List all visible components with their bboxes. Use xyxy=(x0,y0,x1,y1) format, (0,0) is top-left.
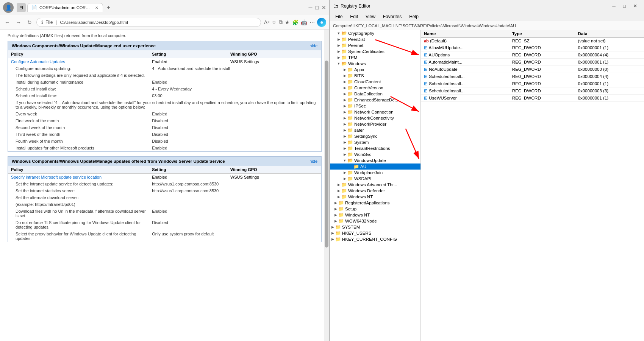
table-row: If you have selected "4 – Auto download … xyxy=(8,99,321,111)
tree-item[interactable]: ▶📁DataCollection xyxy=(330,91,420,97)
browser-tab-active[interactable]: 📄 CORP\labadmin on CORP\CLIENT ✕ xyxy=(27,3,103,12)
collections-button[interactable]: ★ xyxy=(285,19,290,25)
folder-icon: 📁 xyxy=(338,206,344,212)
values-row[interactable]: ⊞ AllowMUUpdate... REG_DWORD 0x00000001 … xyxy=(421,44,644,51)
tab-close-button[interactable]: ✕ xyxy=(95,5,99,10)
value-icon-reg: ⊞ xyxy=(424,95,428,101)
values-header-row: Name Type Data xyxy=(421,30,644,37)
tree-item-label: BITS xyxy=(354,73,364,78)
tree-item[interactable]: ▶📁EnhancedStorageDe... xyxy=(330,97,420,103)
value-icon-reg: ⊞ xyxy=(424,74,428,79)
values-row[interactable]: ⊞ ScheduledInstall... REG_DWORD 0x000000… xyxy=(421,87,644,95)
tree-item[interactable]: ▼📂WindowsUpdate xyxy=(330,157,420,163)
content-scroll-area[interactable]: Policy definitions (ADMX files) retrieve… xyxy=(0,30,329,341)
browser-maximize-button[interactable]: □ xyxy=(316,5,319,11)
tree-item[interactable]: ▶📁Setup xyxy=(330,206,420,212)
folder-icon: 📂 xyxy=(341,61,347,66)
values-row[interactable]: ⊞ NoAutoUpdate REG_DWORD 0x00000000 (0) xyxy=(421,66,644,73)
tree-item[interactable]: ▶📁IPSec xyxy=(330,103,420,109)
tree-item[interactable]: ▶📁Windows Defender xyxy=(330,188,420,194)
tree-item[interactable]: ▶📁Windows Advanced Thr... xyxy=(330,182,420,188)
tree-item[interactable]: ▶📁TenantRestrictions xyxy=(330,145,420,151)
policy-link[interactable]: Configure Automatic Updates xyxy=(11,59,65,64)
tree-item[interactable]: ▶📁CurrentVersion xyxy=(330,85,420,91)
tree-item[interactable]: ▶📁safer xyxy=(330,127,420,133)
tree-item-label: CloudContent xyxy=(354,79,381,84)
col2-gpo: Winning GPO xyxy=(227,166,321,174)
tree-item[interactable]: ▶📁Appx xyxy=(330,67,420,73)
val-name: ⊞ ScheduledInstall... xyxy=(421,73,509,80)
tree-item[interactable]: ▶📁HKEY_CURRENT_CONFIG xyxy=(330,236,420,242)
tree-item[interactable]: ▶📁WcmSvc xyxy=(330,151,420,157)
menu-view[interactable]: View xyxy=(362,13,379,20)
scroll-thumb[interactable] xyxy=(325,61,328,248)
refresh-button[interactable]: ↻ xyxy=(26,19,33,26)
tree-item[interactable]: ▶📁BITS xyxy=(330,73,420,79)
browser-minimize-button[interactable]: ─ xyxy=(309,5,313,11)
menu-edit[interactable]: Edit xyxy=(346,13,362,20)
tree-item[interactable]: ▶📁RegisteredApplications xyxy=(330,200,420,206)
values-row[interactable]: ⊞ ScheduledInstall... REG_DWORD 0x000000… xyxy=(421,73,644,80)
address-input-container[interactable]: ℹ File | C:/Users/labadmin/Desktop/gpo.h… xyxy=(36,18,261,27)
browser-close-button[interactable]: ✕ xyxy=(322,5,326,11)
folder-icon: 📁 xyxy=(347,85,353,90)
value-icon-reg: ⊞ xyxy=(424,59,428,65)
tree-arrow-icon: ▶ xyxy=(336,37,341,41)
sidebar-toggle[interactable]: ⊟ xyxy=(17,3,26,12)
tree-item[interactable]: ▼📂Windows xyxy=(330,61,420,67)
tree-item[interactable]: ▶📁PeerDist xyxy=(330,36,420,42)
registry-close-button[interactable]: ✕ xyxy=(630,2,641,10)
tree-item[interactable]: ▼📂Cryptography xyxy=(330,30,420,36)
back-button[interactable]: ← xyxy=(3,19,11,26)
forward-button[interactable]: → xyxy=(14,19,23,26)
tree-item-label: Setup xyxy=(345,207,356,211)
tree-arrow-icon: ▶ xyxy=(342,128,347,132)
browser-copilot-button[interactable]: 🤖 xyxy=(301,19,307,25)
new-tab-button[interactable]: + xyxy=(105,3,113,12)
tree-item[interactable]: ▶📁SettingSync xyxy=(330,133,420,139)
values-row[interactable]: ab (Default) REG_SZ (value not set) xyxy=(421,37,644,44)
tree-arrow-icon: ▼ xyxy=(336,62,341,65)
menu-help[interactable]: Help xyxy=(405,13,422,20)
tree-item[interactable]: ▶📁Windows NT xyxy=(330,212,420,218)
tree-item[interactable]: ▶📁NetworkProvider xyxy=(330,121,420,127)
registry-minimize-button[interactable]: ─ xyxy=(608,2,619,10)
menu-file[interactable]: File xyxy=(331,13,346,20)
tree-item[interactable]: ▶📁SystemCertificates xyxy=(330,48,420,54)
values-row[interactable]: ⊞ AUOptions REG_DWORD 0x00000004 (4) xyxy=(421,51,644,59)
favorites-button[interactable]: ☆ xyxy=(272,19,277,25)
registry-maximize-button[interactable]: □ xyxy=(619,2,630,10)
registry-tree: ▼📂Cryptography▶📁PeerDist▶📁Peernet▶📁Syste… xyxy=(330,30,421,341)
tree-item[interactable]: ▶📁WSDAPI xyxy=(330,176,420,182)
tree-item[interactable]: ▶📁NetworkConnectivity xyxy=(330,115,420,121)
values-row[interactable]: ⊞ UseWUServer REG_DWORD 0x00000001 (1) xyxy=(421,95,644,102)
values-row[interactable]: ⊞ AutomaticMaint... REG_DWORD 0x00000001… xyxy=(421,59,644,66)
tree-item[interactable]: ▶📁SYSTEM xyxy=(330,224,420,230)
scroll-track[interactable] xyxy=(324,30,329,341)
tree-item[interactable]: ▶📁CloudContent xyxy=(330,79,420,85)
table-row: (example: https://IntranetUpd01) xyxy=(8,201,321,208)
read-mode-button[interactable]: Aᵃ xyxy=(264,19,269,25)
menu-favorites[interactable]: Favorites xyxy=(379,13,405,20)
tree-item[interactable]: ▶📁Network Connection xyxy=(330,109,420,115)
tree-item[interactable]: ▶📁Peernet xyxy=(330,42,420,48)
tree-item[interactable]: 📁AU xyxy=(330,163,420,170)
tree-item[interactable]: ▶📁WOW6432Node xyxy=(330,218,420,224)
folder-icon: 📁 xyxy=(341,49,347,54)
policy-link[interactable]: Specify intranet Microsoft update servic… xyxy=(11,175,102,179)
tree-arrow-icon: ▶ xyxy=(342,171,347,174)
tree-item[interactable]: ▶📁HKEY_USERS xyxy=(330,230,420,236)
tab-favicon: 📄 xyxy=(31,5,37,10)
more-button[interactable]: ⋯ xyxy=(309,19,315,25)
tree-item[interactable]: ▶📁WorkplaceJoin xyxy=(330,170,420,176)
section-1-hide-link[interactable]: hide xyxy=(309,44,317,48)
split-button[interactable]: ⧉ xyxy=(279,19,283,25)
tree-arrow-icon: ▶ xyxy=(342,74,347,78)
extensions-button[interactable]: 🧩 xyxy=(292,19,299,25)
tree-item[interactable]: ▶📁TPM xyxy=(330,54,420,61)
tree-item[interactable]: ▶📁System xyxy=(330,139,420,145)
values-row[interactable]: ⊞ ScheduledInstall... REG_DWORD 0x000000… xyxy=(421,80,644,87)
tree-item[interactable]: ▶📁Windows NT xyxy=(330,194,420,200)
tree-arrow-icon: ▶ xyxy=(342,104,347,108)
section-2-hide-link[interactable]: hide xyxy=(309,159,317,163)
